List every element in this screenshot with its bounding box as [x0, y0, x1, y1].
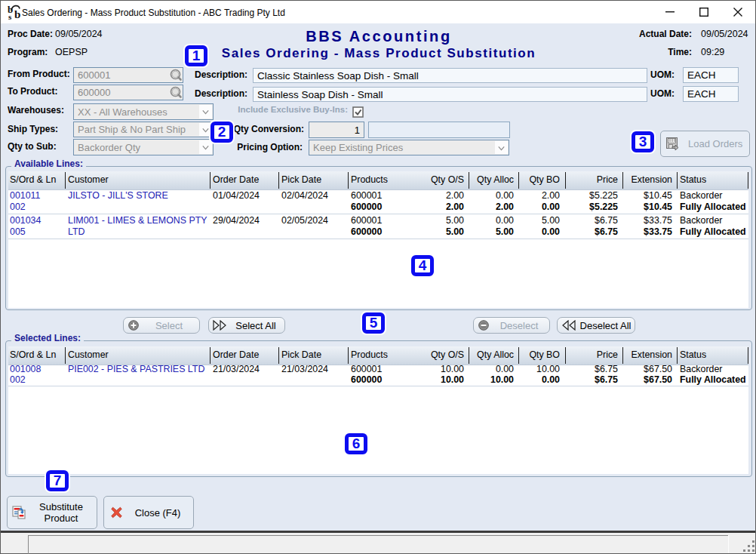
svg-text:s: s [8, 12, 12, 21]
svg-text:b: b [14, 8, 20, 20]
